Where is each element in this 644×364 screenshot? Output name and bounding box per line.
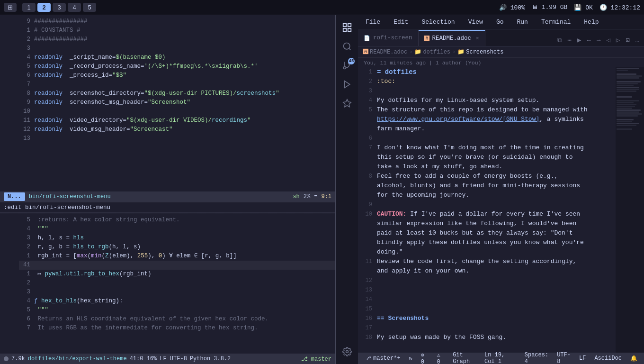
system-bar: ⊞ 1 2 3 4 5 🔊 100% 🖥 1.99 GB 💾 OK 🕐 12:3… — [0, 0, 644, 15]
statusbar-warnings[interactable]: ⚠ 0 — [435, 352, 446, 364]
menu-selection[interactable]: Selection — [419, 18, 457, 27]
editor-line: 11 Review the code first, change the set… — [358, 257, 616, 266]
menu-run[interactable]: Run — [514, 18, 530, 27]
bottom-file-size: 7.9k — [11, 355, 25, 362]
menu-help[interactable]: Help — [581, 18, 601, 27]
forward-button[interactable]: → — [595, 36, 602, 45]
tab-rofi-screen[interactable]: 📄 rofi-screen — [358, 30, 419, 46]
workspace-1-button[interactable]: 1 — [22, 3, 36, 12]
sync-icon: ↻ — [409, 355, 412, 362]
nav-back-button[interactable]: ◁ — [604, 35, 612, 45]
code-bottom-section: 5 :returns: A hex color string equivalen… — [0, 214, 335, 354]
git-blame-bar: You, 11 minutes ago | 1 author (You) — [358, 58, 644, 67]
menu-file[interactable]: File — [363, 18, 383, 27]
menu-terminal[interactable]: Terminal — [538, 18, 573, 27]
editor-line: 18 My setup was made by the FOSS gang. — [358, 333, 616, 342]
source-control-icon[interactable]: 45 — [339, 57, 356, 74]
statusbar-sync[interactable]: ↻ — [407, 355, 414, 362]
breadcrumb-readme-icon: 🅰 — [363, 48, 368, 55]
statusbar-spaces[interactable]: Spaces: 4 — [523, 352, 550, 364]
editor-line: 3 — [358, 86, 616, 96]
play-button[interactable]: ▶ — [575, 35, 583, 45]
menu-go[interactable]: Go — [493, 18, 507, 27]
breadcrumb-dotfiles[interactable]: 📁 dotfiles — [414, 48, 450, 55]
extensions-icon[interactable] — [339, 95, 356, 112]
breadcrumb-readme[interactable]: 🅰 README.adoc — [363, 48, 407, 55]
svg-point-9 — [346, 351, 349, 353]
search-icon[interactable] — [339, 38, 356, 55]
editor-line: paid at least 10 bucks but as they alway… — [358, 228, 616, 238]
tab-readme[interactable]: 🅰 README.adoc × — [419, 30, 485, 46]
code-line: 6readonly _process_id="$$" — [19, 71, 335, 80]
svg-marker-8 — [344, 81, 350, 88]
code-line: 7 — [19, 80, 335, 89]
workspace-3-button[interactable]: 3 — [53, 3, 66, 12]
bottom-language: Python 3.8.2 — [190, 355, 231, 362]
breadcrumb: 🅰 README.adoc › 📁 dotfiles › 📁 Screensho… — [358, 46, 644, 58]
run-debug-icon[interactable] — [339, 76, 356, 93]
code-line: 3 h, l, s = hls — [19, 234, 335, 243]
statusbar-position[interactable]: Ln 19, Col 1 — [483, 352, 518, 364]
statusbar-errors[interactable]: ⊗ 0 — [419, 352, 430, 364]
breadcrumb-sep-2: › — [452, 49, 456, 55]
nav-forward-button[interactable]: ▷ — [614, 35, 622, 45]
code-line: 1# CONSTANTS # — [19, 26, 335, 35]
breadcrumb-screenshots[interactable]: 📁 Screenshots — [457, 48, 503, 55]
tab-close-button[interactable]: × — [476, 36, 479, 41]
editor-line: 6 — [358, 134, 616, 143]
tab-overflow-button[interactable]: … — [634, 36, 641, 45]
workspace-2-button[interactable]: 2 — [37, 3, 51, 12]
code-line: 1 ↦ pywal.util.rgb_to_hex(rgb_int) — [19, 270, 335, 279]
code-line: 5readonly _record_process_name='(/\S+)*f… — [19, 62, 335, 71]
code-line: 9############### — [19, 17, 335, 26]
editor-line: similar expression like the following, I… — [358, 219, 616, 228]
breadcrumb-dotfiles-icon: 📁 — [414, 48, 421, 55]
tab-actions: ⧉ ⋯ ▶ ← → ◁ ▷ ⊡ … — [555, 35, 644, 46]
menu-edit[interactable]: Edit — [391, 18, 411, 27]
statusbar-git-graph[interactable]: Git Graph — [451, 352, 477, 364]
split-editor-button[interactable]: ⧉ — [555, 36, 564, 45]
code-line: 2############### — [19, 35, 335, 44]
statusbar-encoding[interactable]: UTF-8 — [555, 352, 572, 364]
editor-line: take a look at my stuff, go ahead. — [358, 162, 616, 172]
more-actions-button[interactable]: ⋯ — [566, 35, 573, 45]
code-top-section: 9############### 1# CONSTANTS # 2#######… — [0, 15, 335, 191]
back-button[interactable]: ← — [585, 36, 592, 45]
statusbar-line-ending[interactable]: LF — [577, 355, 588, 362]
editor-line: 14 — [358, 295, 616, 304]
code-line: 4 """ — [19, 225, 335, 234]
statusbar-bell[interactable]: 🔔 — [628, 355, 639, 362]
explorer-icon[interactable] — [339, 19, 356, 36]
memory-indicator: 🖥 1.99 GB — [532, 4, 567, 11]
statusbar-language[interactable]: AsciiDoc — [592, 355, 624, 362]
editor-line: 8 Feel free to add a couple of energy bo… — [358, 172, 616, 181]
tab-rofi-screen-icon: 📄 — [364, 35, 370, 41]
volume-indicator: 🔊 100% — [499, 4, 525, 11]
editor-line: 13 — [358, 285, 616, 295]
settings-icon[interactable] — [339, 343, 356, 360]
editor-line: 15 — [358, 304, 616, 314]
svg-rect-3 — [348, 28, 351, 31]
editor-content[interactable]: 1 = dotfiles 2 :toc: 3 4 — [358, 67, 616, 353]
open-preview-button[interactable]: ⊡ — [624, 35, 631, 45]
disk-indicator: 💾 OK — [574, 4, 592, 11]
editor-line: doing." — [358, 247, 616, 257]
workspace-4-button[interactable]: 4 — [68, 3, 81, 12]
menu-view[interactable]: View — [465, 18, 486, 27]
code-line: 3 — [19, 288, 335, 297]
editor-line: blindly apply these dotfiles unless you … — [358, 238, 616, 247]
breadcrumb-screenshots-icon: 📁 — [457, 48, 465, 55]
app-menu-button[interactable]: ⊞ — [4, 3, 17, 12]
editor-line: 4 My dotfiles for my Linux-based system … — [358, 96, 616, 105]
bottom-position: 41:0 16% — [130, 355, 157, 362]
editor-line: 16 == Screenshots — [358, 314, 616, 323]
vim-modified: = — [314, 193, 317, 200]
code-line: 5 """ — [19, 306, 335, 315]
code-line: 11readonly video_directory="$(xdg-user-d… — [19, 116, 335, 125]
editor-line: https://www.gnu.org/software/stow/[GNU S… — [358, 115, 616, 124]
statusbar-branch[interactable]: ⎇ master*+ — [363, 355, 402, 362]
code-line: 9readonly screenshot_msg_header="Screens… — [19, 98, 335, 107]
workspace-5-button[interactable]: 5 — [83, 3, 96, 12]
svg-rect-2 — [343, 28, 346, 31]
code-line: 1 rgb_int = [max(min(Z(elem), 255), 0) ∀… — [19, 252, 335, 261]
